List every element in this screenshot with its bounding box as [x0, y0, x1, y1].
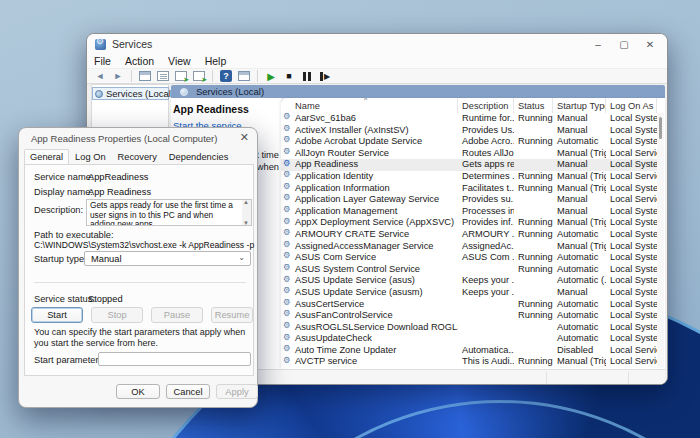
forward-icon[interactable] [111, 70, 125, 83]
startup-type-dropdown[interactable]: Manual ⌄ [84, 251, 251, 266]
service-icon [283, 241, 292, 250]
start-params-input[interactable] [98, 352, 251, 366]
service-icon [283, 276, 292, 285]
menu-file[interactable]: File [87, 55, 118, 67]
start-button[interactable]: Start [31, 307, 83, 323]
stop-button[interactable]: Stop [91, 307, 143, 323]
scroll-down-icon[interactable]: ▼ [243, 220, 249, 226]
table-row[interactable]: AppX Deployment Service (AppXSVC) Provid… [281, 217, 657, 229]
table-row[interactable]: AsusFanControlService Running Automatic … [281, 310, 657, 322]
minimize-icon[interactable]: – [585, 34, 611, 54]
display-name-label: Display name: [34, 187, 93, 197]
column-header-name[interactable]: ^ Name [281, 98, 458, 113]
tab-recovery[interactable]: Recovery [112, 149, 163, 164]
description-field[interactable]: Gets apps ready for use the first time a… [86, 199, 252, 226]
sort-ascending-icon: ^ [364, 98, 367, 103]
table-row[interactable]: Adobe Acrobat Update Service Adobe Acro.… [281, 136, 657, 148]
menu-action[interactable]: Action [118, 55, 161, 67]
cancel-button[interactable]: Cancel [166, 384, 210, 399]
service-icon [283, 148, 292, 157]
properties-dialog: App Readiness Properties (Local Computer… [18, 127, 258, 408]
table-row[interactable]: Application Information Facilitates t...… [281, 183, 657, 195]
back-icon[interactable] [93, 70, 107, 83]
title-bar[interactable]: Services – ▢ ✕ [87, 34, 667, 54]
resume-button[interactable]: Resume [211, 307, 253, 323]
service-icon [283, 136, 292, 145]
strip-separator [628, 372, 629, 384]
export-list-icon[interactable] [175, 71, 187, 81]
service-icon [283, 183, 292, 192]
description-label: Description: [34, 205, 83, 215]
pause-service-icon[interactable] [303, 72, 311, 81]
table-row[interactable]: AssignedAccessManager Service AssignedAc… [281, 241, 657, 253]
toolbar-separator [212, 70, 213, 82]
table-row[interactable]: ASUS Com Service ASUS Com ... Running Au… [281, 252, 657, 264]
table-row[interactable]: ActiveX Installer (AxInstSV) Provides Us… [281, 125, 657, 137]
column-header-startup-type[interactable]: Startup Type [553, 98, 606, 113]
table-row[interactable]: AVCTP service This is Audi... Running Ma… [281, 356, 657, 368]
table-row[interactable]: AsusCertService Running Automatic Local … [281, 299, 657, 311]
table-row[interactable]: AarSvc_61ba6 Runtime for... Running Manu… [281, 113, 657, 125]
description-scrollbar[interactable]: ▲ ▼ [242, 200, 251, 225]
startup-type-label: Startup type: [34, 254, 87, 264]
path-value: C:\WINDOWS\System32\svchost.exe -k AppRe… [34, 240, 254, 250]
table-row[interactable]: Application Identity Determines ... Runn… [281, 171, 657, 183]
console-tree-icon[interactable] [139, 71, 151, 81]
service-icon [283, 264, 292, 273]
table-row[interactable]: ASUS Update Service (asus) Keeps your ..… [281, 275, 657, 287]
window-icon[interactable] [238, 71, 250, 81]
table-row[interactable]: ASUS System Control Service Running Auto… [281, 264, 657, 276]
close-icon[interactable]: ✕ [637, 34, 663, 54]
table-row[interactable]: ARMOURY CRATE Service ARMOURY ... Runnin… [281, 229, 657, 241]
service-icon [283, 113, 292, 122]
table-row[interactable]: AsusUpdateCheck Automatic Local Syste... [281, 333, 657, 345]
display-name-value: App Readiness [88, 187, 151, 197]
tab-dependencies[interactable]: Dependencies [163, 149, 234, 164]
export-icon[interactable] [193, 71, 205, 81]
table-row[interactable]: Application Layer Gateway Service Provid… [281, 194, 657, 206]
maximize-icon[interactable]: ▢ [611, 34, 637, 54]
dialog-title: App Readiness Properties (Local Computer… [31, 133, 217, 144]
close-icon[interactable]: ✕ [240, 131, 249, 144]
properties-icon[interactable] [157, 71, 169, 81]
table-row[interactable]: ASUS Update Service (asusm) Keeps your .… [281, 287, 657, 299]
description-fragment: when [257, 162, 279, 172]
menu-view[interactable]: View [161, 55, 198, 67]
restart-service-icon[interactable] [320, 72, 330, 81]
service-icon [283, 310, 292, 319]
tab-log-on[interactable]: Log On [69, 149, 112, 164]
service-status-label: Service status: [34, 294, 95, 304]
scrollbar-thumb[interactable] [659, 117, 662, 139]
apply-button[interactable]: Apply [216, 384, 258, 399]
tab-general[interactable]: General [24, 149, 69, 165]
stop-service-icon[interactable] [282, 70, 296, 83]
dialog-tabs: General Log On Recovery Dependencies [24, 149, 234, 164]
table-row[interactable]: AsusROGLSLService Download ROGLSLoader A… [281, 322, 657, 334]
service-icon [283, 334, 292, 343]
service-icon [283, 345, 292, 354]
start-params-label: Start parameters: [34, 355, 106, 365]
services-header-icon [180, 88, 188, 96]
toolbar-separator [131, 70, 132, 82]
path-label: Path to executable: [34, 230, 114, 240]
divider [34, 282, 246, 283]
column-header-log-on-as[interactable]: Log On As [606, 98, 657, 113]
tree-item-services-local[interactable]: Services (Local) [92, 87, 169, 100]
chevron-down-icon: ⌄ [238, 253, 245, 262]
table-row[interactable]: AllJoyn Router Service Routes AllJo... M… [281, 148, 657, 160]
table-row[interactable]: App Readiness Gets apps re... Manual Loc… [281, 159, 657, 171]
help-icon[interactable]: ? [220, 70, 232, 82]
vertical-scrollbar[interactable] [657, 113, 664, 368]
start-service-icon[interactable] [264, 70, 278, 83]
menu-help[interactable]: Help [198, 55, 234, 67]
window-title: Services [112, 38, 152, 50]
scroll-up-icon[interactable]: ▲ [243, 199, 249, 205]
service-icon [283, 299, 292, 308]
table-row[interactable]: Application Management Processes in... M… [281, 206, 657, 218]
column-header-status[interactable]: Status [514, 98, 553, 113]
table-row[interactable]: Auto Time Zone Updater Automatica... Dis… [281, 345, 657, 357]
pause-button[interactable]: Pause [151, 307, 203, 323]
ok-button[interactable]: OK [116, 384, 160, 399]
service-icon [283, 357, 292, 366]
column-header-description[interactable]: Description [458, 98, 514, 113]
